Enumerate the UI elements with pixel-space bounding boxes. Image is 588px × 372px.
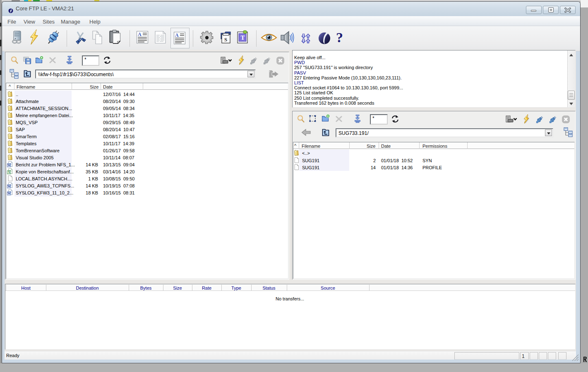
svg-text:A: A [138,31,142,37]
svg-text:T: T [241,34,245,41]
svg-text:S: S [224,36,227,43]
svg-text:A: A [175,32,179,38]
